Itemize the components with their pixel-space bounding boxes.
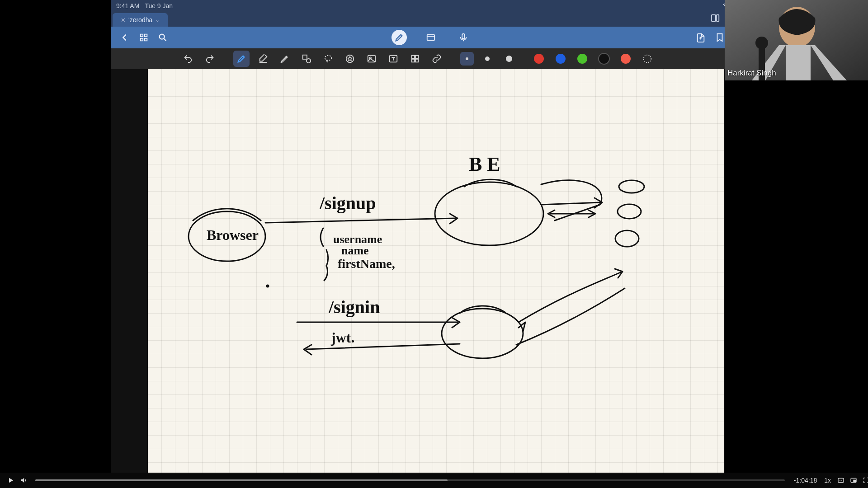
back-button[interactable]	[116, 29, 133, 46]
svg-rect-4	[145, 34, 147, 37]
playback-speed[interactable]: 1x	[824, 477, 831, 484]
handwriting-layer: Browser /signup B E username name firstN…	[148, 69, 724, 474]
drawing-toolstrip	[111, 48, 725, 69]
shape-tool[interactable]	[298, 51, 315, 67]
svg-point-26	[615, 230, 639, 247]
microphone-button[interactable]	[455, 29, 472, 46]
pip-button[interactable]	[847, 474, 860, 487]
document-tab-bar: ✕ 'zerodha ⌄	[111, 11, 725, 27]
captions-button[interactable]	[835, 474, 847, 487]
play-button[interactable]	[5, 474, 17, 487]
close-tab-icon[interactable]: ✕	[121, 17, 126, 23]
text-tool[interactable]	[385, 51, 401, 67]
stroke-medium[interactable]	[479, 51, 495, 67]
sketch-jwt-label: jwt.	[330, 329, 354, 346]
stroke-thin[interactable]	[460, 52, 474, 66]
svg-rect-18	[415, 56, 418, 58]
color-green[interactable]	[574, 51, 590, 67]
highlighter-tool[interactable]	[277, 51, 293, 67]
lasso-tool[interactable]	[320, 51, 336, 67]
pen-mode-button[interactable]	[392, 30, 407, 45]
image-tool[interactable]	[363, 51, 380, 67]
color-black[interactable]	[596, 51, 612, 67]
sketch-firstname-label: firstName,	[338, 257, 395, 271]
color-red[interactable]	[531, 51, 547, 67]
stroke-thick[interactable]	[501, 51, 517, 67]
note-page[interactable]: Browser /signup B E username name firstN…	[148, 69, 724, 474]
tab-chevron-icon[interactable]: ⌄	[155, 17, 160, 23]
redo-button[interactable]	[202, 51, 218, 67]
presenter-webcam: Harkirat Singh	[725, 0, 868, 80]
link-tool[interactable]	[429, 51, 445, 67]
sketch-signin-label: /signin	[328, 297, 380, 317]
svg-point-7	[160, 34, 165, 39]
svg-rect-5	[141, 38, 143, 41]
progress-bar[interactable]	[35, 479, 785, 481]
svg-rect-9	[462, 34, 465, 39]
canvas-area: Browser /signup B E username name firstN…	[111, 69, 725, 474]
svg-rect-3	[141, 34, 143, 37]
sketch-name-label: name	[341, 244, 369, 257]
undo-button[interactable]	[180, 51, 196, 67]
sketch-be-label: B E	[469, 153, 500, 175]
svg-point-25	[618, 204, 641, 219]
svg-rect-38	[854, 480, 856, 482]
svg-rect-20	[415, 59, 418, 62]
ios-status-bar: 9:41 AM Tue 9 Jan	[111, 0, 736, 11]
favorites-tool[interactable]	[342, 51, 358, 67]
svg-rect-17	[412, 56, 415, 58]
color-coral[interactable]	[618, 51, 634, 67]
svg-point-24	[619, 180, 644, 193]
tab-title: 'zerodha	[128, 16, 152, 23]
presenter-name: Harkirat Singh	[727, 69, 776, 78]
svg-rect-2	[717, 15, 719, 22]
svg-rect-19	[412, 59, 415, 62]
svg-rect-36	[838, 478, 844, 482]
svg-rect-6	[145, 38, 147, 41]
status-date: Tue 9 Jan	[145, 2, 173, 9]
svg-rect-33	[786, 45, 811, 80]
svg-rect-1	[712, 15, 716, 22]
svg-point-35	[755, 37, 768, 49]
search-button[interactable]	[154, 29, 171, 46]
color-blue[interactable]	[552, 51, 569, 67]
volume-button[interactable]	[17, 474, 30, 487]
color-picker-button[interactable]	[639, 51, 656, 67]
video-controls: -1:04:18 1x	[0, 473, 868, 488]
export-button[interactable]	[692, 29, 709, 46]
card-view-button[interactable]	[422, 29, 439, 46]
sketch-browser-label: Browser	[207, 227, 259, 243]
svg-rect-32	[787, 25, 807, 31]
fullscreen-button[interactable]	[860, 474, 868, 487]
primary-toolbar	[111, 27, 734, 48]
new-window-icon[interactable]	[710, 13, 720, 25]
time-remaining: -1:04:18	[794, 477, 817, 484]
svg-point-28	[267, 285, 269, 287]
document-tab[interactable]: ✕ 'zerodha ⌄	[113, 13, 168, 27]
svg-point-27	[442, 309, 523, 358]
svg-point-11	[307, 59, 311, 63]
svg-rect-8	[427, 35, 435, 41]
crop-tool[interactable]	[407, 51, 423, 67]
sketch-signup-label: /signup	[319, 193, 376, 213]
svg-rect-10	[303, 55, 307, 59]
eraser-tool[interactable]	[255, 51, 271, 67]
status-time: 9:41 AM	[116, 2, 139, 9]
grid-view-button[interactable]	[135, 29, 152, 46]
pen-tool[interactable]	[233, 51, 250, 67]
svg-point-12	[325, 56, 332, 61]
svg-point-21	[644, 55, 651, 63]
svg-point-23	[435, 182, 543, 245]
